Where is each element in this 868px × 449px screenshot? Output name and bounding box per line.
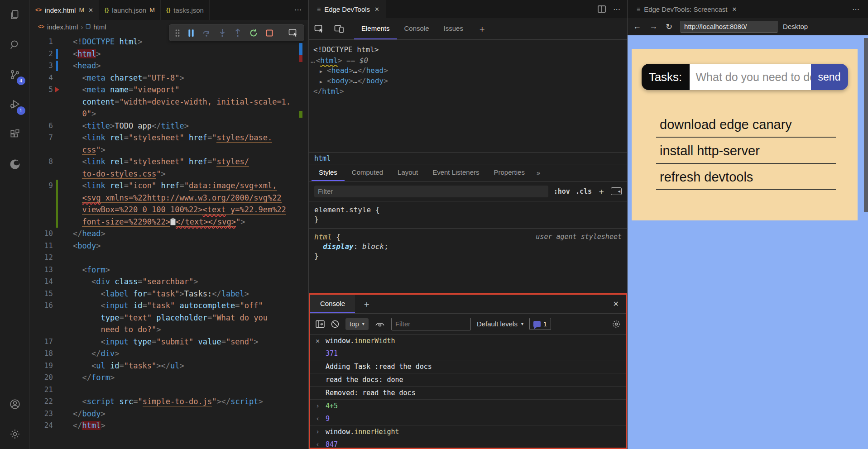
dom-node[interactable]: <!DOCTYPE html> [309, 44, 627, 55]
console-filter-input[interactable]: Filter [391, 318, 471, 330]
code-line[interactable]: to-do-styles.css"> [30, 168, 308, 180]
code-line[interactable]: 7 <link rel="stylesheet" href="styles/ba… [30, 132, 308, 144]
code-line[interactable]: 22 <script src="simple-to-do.js"></scrip… [30, 396, 308, 408]
code-line[interactable]: 10</head> [30, 228, 308, 240]
close-tab-icon[interactable]: ✕ [88, 7, 93, 14]
code-line[interactable]: 9 <link rel="icon" href="data:image/svg+… [30, 180, 308, 192]
code-line[interactable]: 16 <input id="task" autocomplete="off" [30, 300, 308, 312]
console-message[interactable]: ›window.innerHeight [310, 425, 626, 438]
dom-node[interactable]: …<html> == $0 [309, 55, 627, 65]
add-tab-icon[interactable]: ＋ [478, 23, 486, 35]
expand-arrow-icon[interactable]: ▶ [320, 76, 327, 87]
account-icon[interactable] [0, 389, 30, 419]
back-icon[interactable]: ← [633, 22, 641, 31]
console-message[interactable]: 371 [310, 347, 626, 360]
inspect-button[interactable] [288, 29, 298, 38]
code-line[interactable]: 20 </form> [30, 372, 308, 384]
source-control-icon[interactable]: 4 [0, 60, 30, 90]
tab-properties[interactable]: Properties [487, 164, 532, 181]
settings-gear-icon[interactable] [0, 419, 30, 449]
inspect-element-icon[interactable] [314, 24, 324, 33]
editor-tab-launch.json[interactable]: {}launch.jsonM [99, 0, 161, 20]
code-line[interactable]: 24</html> [30, 420, 308, 432]
code-line[interactable]: <svg xmlns=%22http://www.w3.org/2000/svg… [30, 192, 308, 204]
task-input[interactable]: What do you need to do [690, 64, 811, 90]
element-states-panel-icon[interactable]: ◂ [611, 187, 622, 195]
console-tab[interactable]: Console [310, 295, 355, 313]
code-line[interactable]: 21 [30, 384, 308, 396]
code-line[interactable]: font-size=%2290%22></text></svg>"> [30, 216, 308, 228]
reload-icon[interactable]: ↻ [666, 22, 672, 32]
tab-elements[interactable]: Elements [354, 18, 397, 39]
overview-ruler[interactable] [299, 0, 302, 449]
console-messages[interactable]: ✕window.innerWidth371Adding Task :read t… [310, 334, 626, 449]
console-message[interactable]: Removed: read the docs [310, 386, 626, 399]
code-line[interactable]: 4 <meta charset="UTF-8"> [30, 72, 308, 84]
device-mode-label[interactable]: Desktop [783, 23, 808, 30]
add-console-tab-icon[interactable]: ＋ [362, 298, 371, 310]
tab-computed[interactable]: Computed [345, 164, 390, 181]
code-line[interactable]: content="width=device-width, initial-sca… [30, 96, 308, 108]
cls-toggle[interactable]: .cls [575, 187, 592, 196]
close-console-icon[interactable]: ✕ [613, 300, 619, 308]
screencast-header[interactable]: ≡ Edge DevTools: Screencast ✕ ⋯ [628, 0, 868, 18]
extensions-icon[interactable] [0, 119, 30, 149]
drag-grip-icon[interactable] [175, 29, 180, 37]
html-rule[interactable]: html { user agent stylesheet display: bl… [309, 229, 627, 265]
console-message[interactable]: Adding Task :read the docs [310, 360, 626, 373]
step-out-button[interactable] [234, 29, 242, 38]
console-settings-gear-icon[interactable] [612, 320, 621, 329]
search-icon[interactable] [0, 30, 30, 60]
code-line[interactable]: 8 <link rel="stylesheet" href="styles/ [30, 156, 308, 168]
screencast-viewport[interactable]: Tasks: What do you need to do send downl… [628, 35, 868, 449]
code-line[interactable]: 17 <input type="submit" value="send"> [30, 336, 308, 348]
code-line[interactable]: 19 <ul id="tasks"></ul> [30, 360, 308, 372]
code-line[interactable]: viewBox=%220 0 100 100%22><text y=%22.9e… [30, 204, 308, 216]
dom-tree[interactable]: <!DOCTYPE html>…<html> == $0▶<head>…</he… [309, 40, 627, 152]
code-line[interactable]: 2<html> [30, 48, 308, 60]
device-emulation-icon[interactable] [334, 24, 344, 33]
editor-tab-tasks.json[interactable]: {}tasks.json [161, 0, 210, 20]
code-line[interactable]: 13 <form> [30, 264, 308, 276]
code-line[interactable]: 15 <label for="task">Tasks:</label> [30, 288, 308, 300]
console-message[interactable]: ✕window.innerWidth [310, 334, 626, 347]
console-message[interactable]: read the docs: done [310, 373, 626, 386]
screencast-scrollbar[interactable] [864, 38, 868, 212]
tab-issues[interactable]: Issues [436, 18, 470, 39]
task-item[interactable]: refresh devtools [656, 168, 836, 190]
code-line[interactable]: css"> [30, 144, 308, 156]
new-style-rule-icon[interactable]: ＋ [597, 186, 605, 197]
split-editor-icon[interactable] [598, 5, 606, 13]
code-line[interactable]: 6 <title>TODO app</title> [30, 120, 308, 132]
code-line[interactable]: 14 <div class="searchbar"> [30, 276, 308, 288]
console-message[interactable]: ‹9 [310, 412, 626, 425]
tab-styles[interactable]: Styles [312, 164, 345, 181]
log-levels-dropdown[interactable]: Default levels▾ [477, 320, 523, 328]
code-line[interactable]: 0"> [30, 108, 308, 120]
code-line[interactable]: need to do?"> [30, 324, 308, 336]
dom-node[interactable]: ▶<body>…</body> [309, 76, 627, 86]
messages-badge[interactable]: 1 [529, 318, 551, 330]
more-actions-icon[interactable]: ⋯ [852, 5, 860, 14]
stop-button[interactable] [265, 29, 273, 37]
code-line[interactable]: 3<head> [30, 60, 308, 72]
dom-node[interactable]: ▶<head>…</head> [309, 65, 627, 76]
tab-overflow-icon[interactable]: » [537, 169, 539, 177]
forward-icon[interactable]: → [649, 22, 657, 31]
expand-arrow-icon[interactable]: ▶ [320, 66, 327, 76]
devtools-tab[interactable]: ≡ Edge DevTools ✕ [309, 0, 386, 18]
code-line[interactable]: 11<body> [30, 240, 308, 252]
styles-filter-input[interactable]: Filter [314, 186, 548, 197]
console-sidebar-icon[interactable] [316, 320, 325, 328]
code-editor[interactable]: 1<!DOCTYPE html>2<html>3<head>4 <meta ch… [30, 33, 308, 432]
pause-button[interactable] [187, 29, 195, 37]
run-debug-icon[interactable]: 1 [0, 90, 30, 119]
hov-toggle[interactable]: :hov [554, 187, 570, 196]
url-input[interactable]: http://localhost:8080/ [681, 21, 777, 33]
code-line[interactable]: 5 <meta name="viewport" [30, 84, 308, 96]
live-expression-eye-icon[interactable] [374, 320, 385, 328]
step-over-button[interactable] [202, 29, 211, 38]
step-into-button[interactable] [218, 29, 226, 38]
close-icon[interactable]: ✕ [374, 6, 379, 13]
console-message[interactable]: ›4+5 [310, 399, 626, 412]
